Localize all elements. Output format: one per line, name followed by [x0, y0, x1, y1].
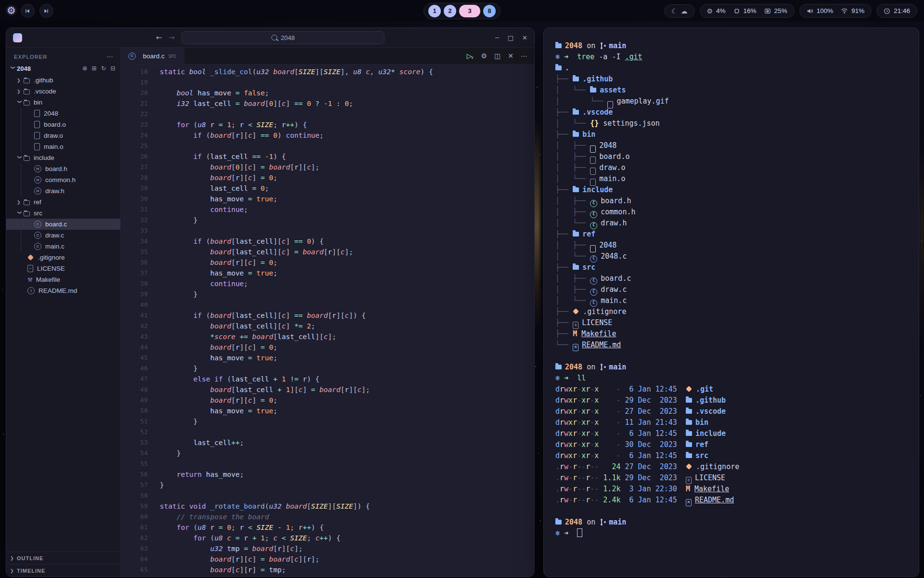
terminal-cursor[interactable]: [577, 528, 582, 537]
code-line[interactable]: 24 if (board[r][c] == 0) continue;: [121, 130, 534, 141]
code-line[interactable]: 34 if (board[last_cell][c] == 0) {: [121, 236, 534, 247]
code-line[interactable]: 58: [121, 490, 534, 501]
code-line[interactable]: 25: [121, 141, 534, 151]
maximize-button[interactable]: □: [508, 34, 513, 41]
code-line[interactable]: 32 }: [121, 215, 534, 225]
code-line[interactable]: 59static void _rotate_board(u32 board[SI…: [121, 501, 534, 512]
code-line[interactable]: 54 }: [121, 448, 534, 459]
code-line[interactable]: 22: [121, 109, 534, 119]
code-line[interactable]: 56 return has_move;: [121, 469, 534, 480]
close-button[interactable]: ✕: [522, 34, 527, 41]
tab-board-c[interactable]: board.c src: [121, 48, 184, 64]
new-file-icon[interactable]: ⊕: [82, 66, 87, 72]
explorer-item-bin[interactable]: ❯bin: [6, 97, 120, 108]
code-line[interactable]: 65 board[c][r] = tmp;: [121, 565, 534, 575]
code-line[interactable]: 18static bool _slide_col(u32 board[SIZE]…: [121, 66, 534, 77]
code-line[interactable]: 28 board[r][c] = 0;: [121, 172, 534, 183]
explorer-more-icon[interactable]: ⋯: [107, 53, 114, 60]
code-line[interactable]: 55: [121, 459, 534, 469]
explorer-item-main.o[interactable]: main.o: [6, 141, 120, 152]
explorer-item-.vscode[interactable]: ❯.vscode: [6, 86, 120, 97]
audio-network-widget[interactable]: 100% 91%: [799, 4, 872, 18]
minimize-button[interactable]: ─: [495, 34, 499, 41]
code-line[interactable]: 33: [121, 225, 534, 236]
nav-forward-icon[interactable]: →: [169, 33, 175, 42]
explorer-item-2048[interactable]: 2048: [6, 108, 120, 119]
code-line[interactable]: 40: [121, 300, 534, 310]
explorer-item-board.c[interactable]: board.c: [6, 219, 120, 230]
code-line[interactable]: 46 }: [121, 363, 534, 374]
new-folder-icon[interactable]: ⊞: [92, 66, 97, 72]
code-line[interactable]: 43 *score += board[last_cell][c];: [121, 331, 534, 342]
code-line[interactable]: 47 else if (last_cell + 1 != r) {: [121, 374, 534, 384]
code-line[interactable]: 41 if (board[last_cell][c] == board[r][c…: [121, 310, 534, 321]
code-line[interactable]: 36 board[r][c] = 0;: [121, 257, 534, 268]
code-line[interactable]: 20 bool has_move = false;: [121, 88, 534, 98]
launcher-gear-icon[interactable]: ⚙: [7, 6, 16, 16]
timeline-section[interactable]: ❯ TIMELINE: [6, 564, 120, 577]
workspace-1[interactable]: 1: [428, 5, 441, 17]
explorer-item-LICENSE[interactable]: LICENSE: [6, 263, 120, 274]
collapse-folders-icon[interactable]: ⊟: [111, 66, 116, 72]
code-line[interactable]: 44 board[r][c] = 0;: [121, 342, 534, 353]
code-line[interactable]: 38 continue;: [121, 278, 534, 289]
explorer-item-board.h[interactable]: board.h: [6, 163, 120, 174]
outline-section[interactable]: ❯ OUTLINE: [6, 552, 120, 564]
close-editor-icon[interactable]: ✕: [508, 52, 513, 60]
nav-back-icon[interactable]: ←: [156, 33, 162, 42]
system-stats-widget[interactable]: ⚙ 4% 16% 25%: [700, 4, 795, 18]
explorer-item-.github[interactable]: ❯.github: [6, 75, 120, 86]
run-icon[interactable]: ▷∨: [467, 52, 474, 60]
explorer-item-draw.c[interactable]: draw.c: [6, 230, 120, 241]
code-line[interactable]: 31 continue;: [121, 204, 534, 215]
code-line[interactable]: 51 }: [121, 416, 534, 427]
code-line[interactable]: 64 board[r][c] = board[c][r];: [121, 554, 534, 565]
refresh-explorer-icon[interactable]: ↻: [101, 66, 106, 72]
code-line[interactable]: 42 board[last_cell][c] *= 2;: [121, 321, 534, 331]
code-line[interactable]: 62 for (u8 c = r + 1; c < SIZE; c++) {: [121, 533, 534, 543]
code-editor[interactable]: 18static bool _slide_col(u32 board[SIZE]…: [121, 65, 534, 577]
workspace-3[interactable]: 3: [459, 5, 480, 17]
code-line[interactable]: 53 last_cell++;: [121, 437, 534, 448]
media-prev-button[interactable]: [21, 4, 35, 18]
code-line[interactable]: 27 board[0][c] = board[r][c];: [121, 162, 534, 172]
code-line[interactable]: 57}: [121, 480, 534, 490]
explorer-item-board.o[interactable]: board.o: [6, 119, 120, 130]
explorer-item-main.c[interactable]: main.c: [6, 241, 120, 252]
clock-widget[interactable]: 21:46: [876, 4, 917, 18]
explorer-item-draw.o[interactable]: draw.o: [6, 130, 120, 141]
explorer-root-folder[interactable]: ❯ 2048 ⊕⊞↻⊟: [6, 63, 120, 74]
media-next-button[interactable]: [39, 4, 53, 18]
code-line[interactable]: 49 board[r][c] = 0;: [121, 395, 534, 406]
code-line[interactable]: 19: [121, 77, 534, 88]
settings-icon[interactable]: ⚙: [481, 52, 487, 60]
split-editor-icon[interactable]: ◫: [494, 52, 500, 60]
code-line[interactable]: 48 board[last_cell + 1][c] = board[r][c]…: [121, 384, 534, 395]
command-center-search[interactable]: 2048: [181, 31, 385, 44]
code-line[interactable]: 21 i32 last_cell = board[0][c] == 0 ? -1…: [121, 98, 534, 109]
code-line[interactable]: 52: [121, 427, 534, 437]
explorer-item-README.md[interactable]: README.md: [6, 285, 120, 296]
explorer-item-draw.h[interactable]: draw.h: [6, 185, 120, 197]
explorer-item-include[interactable]: ❯include: [6, 152, 120, 163]
explorer-item-src[interactable]: ❯src: [6, 208, 120, 219]
code-line[interactable]: 35 board[last_cell][c] = board[r][c];: [121, 247, 534, 257]
explorer-item-ref[interactable]: ❯ref: [6, 197, 120, 208]
code-line[interactable]: 61 for (u8 r = 0; r < SIZE - 1; r++) {: [121, 522, 534, 533]
code-line[interactable]: 45 has_move = true;: [121, 353, 534, 363]
more-actions-icon[interactable]: ⋯: [521, 52, 527, 60]
terminal-window[interactable]: 2048 on main❄ ➜ tree -a -I .git.├── .git…: [543, 27, 919, 577]
explorer-item-common.h[interactable]: common.h: [6, 174, 120, 185]
workspace-2[interactable]: 2: [444, 5, 456, 17]
code-line[interactable]: 37 has_move = true;: [121, 268, 534, 278]
weather-widget[interactable]: ☾ ☁: [664, 4, 695, 18]
code-line[interactable]: 30 has_move = true;: [121, 194, 534, 204]
code-line[interactable]: 26 if (last_cell == -1) {: [121, 151, 534, 162]
code-line[interactable]: 50 has_move = true;: [121, 406, 534, 416]
code-line[interactable]: 29 last_cell = 0;: [121, 183, 534, 194]
explorer-item-Makefile[interactable]: ⚒Makefile: [6, 274, 120, 285]
code-line[interactable]: 60 // transpose the board: [121, 512, 534, 522]
workspace-8[interactable]: 8: [483, 5, 496, 17]
code-line[interactable]: 63 u32 tmp = board[r][c];: [121, 543, 534, 554]
code-line[interactable]: 23 for (u8 r = 1; r < SIZE; r++) {: [121, 119, 534, 130]
